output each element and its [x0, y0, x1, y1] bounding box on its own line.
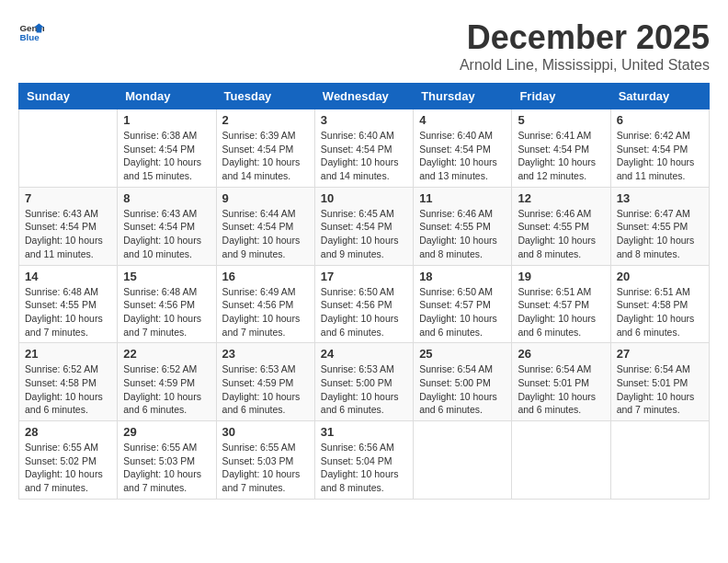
day-number: 29	[123, 425, 210, 439]
page-header: General Blue December 2025 Arnold Line, …	[18, 18, 710, 74]
day-info: Sunrise: 6:48 AM Sunset: 4:55 PM Dayligh…	[25, 285, 111, 339]
day-of-week-header: Tuesday	[216, 84, 314, 109]
day-info: Sunrise: 6:56 AM Sunset: 5:04 PM Dayligh…	[321, 441, 407, 495]
calendar-cell: 14Sunrise: 6:48 AM Sunset: 4:55 PM Dayli…	[19, 265, 118, 343]
day-number: 21	[25, 347, 111, 361]
day-number: 20	[617, 270, 703, 283]
calendar-cell: 27Sunrise: 6:54 AM Sunset: 5:01 PM Dayli…	[610, 343, 709, 421]
calendar-cell: 8Sunrise: 6:43 AM Sunset: 4:54 PM Daylig…	[118, 187, 216, 265]
day-of-week-header: Wednesday	[314, 84, 413, 109]
day-number: 13	[617, 191, 703, 205]
calendar-cell: 24Sunrise: 6:53 AM Sunset: 5:00 PM Dayli…	[314, 343, 413, 421]
svg-text:Blue: Blue	[19, 32, 40, 42]
calendar-cell: 13Sunrise: 6:47 AM Sunset: 4:55 PM Dayli…	[610, 187, 709, 265]
day-number: 16	[222, 270, 309, 283]
day-number: 15	[123, 270, 210, 283]
day-info: Sunrise: 6:53 AM Sunset: 5:00 PM Dayligh…	[321, 362, 407, 417]
day-info: Sunrise: 6:41 AM Sunset: 4:54 PM Dayligh…	[518, 129, 604, 183]
calendar-header-row: SundayMondayTuesdayWednesdayThursdayFrid…	[19, 84, 710, 109]
calendar-cell: 23Sunrise: 6:53 AM Sunset: 4:59 PM Dayli…	[216, 343, 314, 421]
day-of-week-header: Saturday	[610, 84, 709, 109]
day-number: 10	[321, 191, 407, 205]
day-info: Sunrise: 6:50 AM Sunset: 4:56 PM Dayligh…	[321, 285, 407, 339]
calendar-cell	[414, 421, 512, 500]
calendar-cell: 26Sunrise: 6:54 AM Sunset: 5:01 PM Dayli…	[512, 343, 610, 421]
calendar-cell: 4Sunrise: 6:40 AM Sunset: 4:54 PM Daylig…	[414, 109, 512, 188]
calendar-table: SundayMondayTuesdayWednesdayThursdayFrid…	[18, 83, 710, 500]
day-info: Sunrise: 6:53 AM Sunset: 4:59 PM Dayligh…	[222, 362, 309, 417]
day-number: 26	[518, 347, 604, 361]
day-info: Sunrise: 6:54 AM Sunset: 5:00 PM Dayligh…	[419, 362, 506, 417]
logo: General Blue	[18, 18, 44, 44]
day-info: Sunrise: 6:46 AM Sunset: 4:55 PM Dayligh…	[518, 207, 604, 261]
day-number: 22	[123, 347, 210, 361]
day-info: Sunrise: 6:55 AM Sunset: 5:03 PM Dayligh…	[222, 441, 309, 495]
day-number: 14	[25, 270, 111, 283]
day-info: Sunrise: 6:40 AM Sunset: 4:54 PM Dayligh…	[321, 129, 407, 183]
day-info: Sunrise: 6:52 AM Sunset: 4:58 PM Dayligh…	[25, 362, 111, 417]
calendar-cell: 30Sunrise: 6:55 AM Sunset: 5:03 PM Dayli…	[216, 421, 314, 500]
calendar-body: 1Sunrise: 6:38 AM Sunset: 4:54 PM Daylig…	[19, 109, 710, 500]
day-number: 30	[222, 425, 309, 439]
calendar-cell: 19Sunrise: 6:51 AM Sunset: 4:57 PM Dayli…	[512, 265, 610, 343]
day-number: 25	[419, 347, 506, 361]
calendar-cell: 2Sunrise: 6:39 AM Sunset: 4:54 PM Daylig…	[216, 109, 314, 188]
calendar-cell: 11Sunrise: 6:46 AM Sunset: 4:55 PM Dayli…	[414, 187, 512, 265]
day-number: 31	[321, 425, 407, 439]
calendar-week-row: 14Sunrise: 6:48 AM Sunset: 4:55 PM Dayli…	[19, 265, 710, 343]
day-number: 7	[25, 191, 111, 205]
calendar-cell: 28Sunrise: 6:55 AM Sunset: 5:02 PM Dayli…	[19, 421, 118, 500]
day-info: Sunrise: 6:54 AM Sunset: 5:01 PM Dayligh…	[518, 362, 604, 417]
day-number: 12	[518, 191, 604, 205]
calendar-cell: 18Sunrise: 6:50 AM Sunset: 4:57 PM Dayli…	[414, 265, 512, 343]
calendar-cell	[512, 421, 610, 500]
calendar-cell: 6Sunrise: 6:42 AM Sunset: 4:54 PM Daylig…	[610, 109, 709, 188]
month-title: December 2025	[460, 18, 710, 57]
day-info: Sunrise: 6:38 AM Sunset: 4:54 PM Dayligh…	[123, 129, 210, 183]
day-number: 5	[518, 113, 604, 127]
calendar-week-row: 1Sunrise: 6:38 AM Sunset: 4:54 PM Daylig…	[19, 109, 710, 188]
day-info: Sunrise: 6:48 AM Sunset: 4:56 PM Dayligh…	[123, 285, 210, 339]
calendar-cell: 20Sunrise: 6:51 AM Sunset: 4:58 PM Dayli…	[610, 265, 709, 343]
logo-icon: General Blue	[18, 18, 44, 44]
calendar-cell	[610, 421, 709, 500]
day-info: Sunrise: 6:52 AM Sunset: 4:59 PM Dayligh…	[123, 362, 210, 417]
calendar-cell: 21Sunrise: 6:52 AM Sunset: 4:58 PM Dayli…	[19, 343, 118, 421]
calendar-week-row: 7Sunrise: 6:43 AM Sunset: 4:54 PM Daylig…	[19, 187, 710, 265]
day-of-week-header: Thursday	[414, 84, 512, 109]
calendar-cell: 22Sunrise: 6:52 AM Sunset: 4:59 PM Dayli…	[118, 343, 216, 421]
calendar-cell: 29Sunrise: 6:55 AM Sunset: 5:03 PM Dayli…	[118, 421, 216, 500]
day-number: 6	[617, 113, 703, 127]
day-info: Sunrise: 6:42 AM Sunset: 4:54 PM Dayligh…	[617, 129, 703, 183]
day-info: Sunrise: 6:51 AM Sunset: 4:58 PM Dayligh…	[617, 285, 703, 339]
day-number: 1	[123, 113, 210, 127]
calendar-cell: 31Sunrise: 6:56 AM Sunset: 5:04 PM Dayli…	[314, 421, 413, 500]
calendar-cell	[19, 109, 118, 188]
calendar-cell: 15Sunrise: 6:48 AM Sunset: 4:56 PM Dayli…	[118, 265, 216, 343]
day-number: 23	[222, 347, 309, 361]
day-of-week-header: Sunday	[19, 84, 118, 109]
calendar-cell: 1Sunrise: 6:38 AM Sunset: 4:54 PM Daylig…	[118, 109, 216, 188]
day-info: Sunrise: 6:55 AM Sunset: 5:02 PM Dayligh…	[25, 441, 111, 495]
day-number: 2	[222, 113, 309, 127]
day-number: 18	[419, 270, 506, 283]
day-info: Sunrise: 6:55 AM Sunset: 5:03 PM Dayligh…	[123, 441, 210, 495]
calendar-cell: 9Sunrise: 6:44 AM Sunset: 4:54 PM Daylig…	[216, 187, 314, 265]
day-info: Sunrise: 6:44 AM Sunset: 4:54 PM Dayligh…	[222, 207, 309, 261]
calendar-cell: 17Sunrise: 6:50 AM Sunset: 4:56 PM Dayli…	[314, 265, 413, 343]
day-info: Sunrise: 6:47 AM Sunset: 4:55 PM Dayligh…	[617, 207, 703, 261]
day-info: Sunrise: 6:43 AM Sunset: 4:54 PM Dayligh…	[123, 207, 210, 261]
calendar-cell: 16Sunrise: 6:49 AM Sunset: 4:56 PM Dayli…	[216, 265, 314, 343]
day-number: 24	[321, 347, 407, 361]
day-info: Sunrise: 6:46 AM Sunset: 4:55 PM Dayligh…	[419, 207, 506, 261]
day-number: 4	[419, 113, 506, 127]
calendar-week-row: 21Sunrise: 6:52 AM Sunset: 4:58 PM Dayli…	[19, 343, 710, 421]
day-number: 11	[419, 191, 506, 205]
day-info: Sunrise: 6:51 AM Sunset: 4:57 PM Dayligh…	[518, 285, 604, 339]
day-info: Sunrise: 6:45 AM Sunset: 4:54 PM Dayligh…	[321, 207, 407, 261]
day-number: 3	[321, 113, 407, 127]
day-info: Sunrise: 6:49 AM Sunset: 4:56 PM Dayligh…	[222, 285, 309, 339]
day-info: Sunrise: 6:54 AM Sunset: 5:01 PM Dayligh…	[617, 362, 703, 417]
day-number: 28	[25, 425, 111, 439]
calendar-cell: 12Sunrise: 6:46 AM Sunset: 4:55 PM Dayli…	[512, 187, 610, 265]
